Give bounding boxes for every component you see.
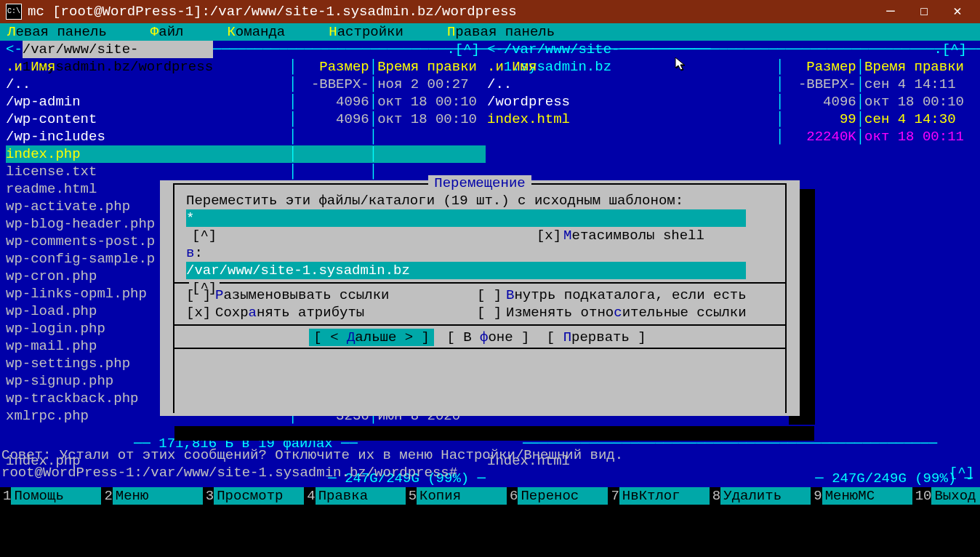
minimize-button[interactable]: ─ — [874, 0, 907, 23]
up-button[interactable]: .[^] — [446, 41, 480, 58]
hint-line: Совет: Устали от этих сообщений? Отключи… — [1, 446, 623, 464]
file-row[interactable]: index.php││ — [6, 145, 486, 163]
fkey[interactable]: 3Просмотр — [203, 487, 304, 505]
shell-meta-checkbox[interactable]: [x] — [534, 227, 563, 244]
app-icon: C:\ — [6, 4, 22, 20]
option-checkbox[interactable]: [x] — [186, 304, 215, 321]
file-row[interactable]: /wp-includes││ — [6, 128, 486, 145]
file-row[interactable]: index.html│99│сен 4 14:30 — [487, 111, 973, 128]
dialog-button[interactable]: [ Прервать ] — [542, 329, 651, 346]
panel-path[interactable]: /var/www/site-1.sysadmin.bz/wordpress — [23, 41, 213, 58]
maximize-button[interactable]: ☐ — [907, 0, 941, 23]
shell-prompt[interactable]: root@WordPress-1:/var/www/site-1.sysadmi… — [1, 464, 457, 481]
dialog-button[interactable]: [ В фоне ] — [442, 329, 534, 346]
panel-path[interactable]: /var/www/site-1.sysadmin.bz — [504, 41, 620, 58]
move-dialog: Перемещение Переместить эти файлы/катало… — [160, 180, 800, 416]
prompt-history-button[interactable]: [^] — [949, 464, 974, 481]
file-row[interactable]: /..│-ВВЕРХ-│сен 4 14:11 — [487, 76, 973, 93]
menu-item[interactable]: Левая панель — [7, 23, 107, 41]
fkey[interactable]: 10Выход — [912, 487, 980, 505]
menu-item[interactable]: Правая панель — [447, 23, 555, 41]
up-button[interactable]: .[^] — [933, 41, 967, 58]
menu-item[interactable]: Настройки — [329, 23, 403, 41]
close-button[interactable]: ✕ — [941, 0, 974, 23]
terminal: <- /var/www/site-1.sysadmin.bz/wordpress… — [0, 41, 980, 505]
option-label: Внутрь подкаталога, если есть — [506, 287, 747, 303]
fkey[interactable]: 7НвКтлог — [608, 487, 709, 505]
option-checkbox[interactable]: [ ] — [477, 304, 506, 321]
file-row[interactable]: │22240K│окт 18 00:11 — [487, 128, 973, 145]
fkey[interactable]: 5Копия — [406, 487, 507, 505]
dialog-button[interactable]: [ < Дальше > ] — [309, 329, 434, 346]
option-checkbox[interactable]: [ ] — [186, 286, 215, 304]
window-title: mc [root@WordPress-1]:/var/www/site-1.sy… — [28, 3, 517, 20]
dialog-prompt: Переместить эти файлы/каталоги (19 шт.) … — [174, 192, 785, 209]
fkey[interactable]: 8Удалить — [710, 487, 811, 505]
fkey[interactable]: 4Правка — [304, 487, 405, 505]
menu-item[interactable]: Команда — [227, 23, 285, 41]
fkey[interactable]: 6Перенос — [507, 487, 608, 505]
history-button[interactable]: [^] — [189, 228, 220, 244]
option-label: Разыменовывать ссылки — [215, 287, 389, 303]
fkey[interactable]: 9МенюМС — [811, 487, 912, 505]
destination-input[interactable]: /var/www/site-1.sysadmin.bz — [186, 262, 746, 279]
option-label: Сохранять атрибуты — [215, 305, 364, 321]
file-row[interactable]: /wp-content│4096│окт 18 00:10 — [6, 111, 486, 128]
source-pattern-input[interactable]: * — [186, 209, 746, 227]
file-row[interactable]: /wordpress│4096│окт 18 00:10 — [487, 93, 973, 111]
fkey-bar: 1Помощь2Меню3Просмотр4Правка5Копия6Перен… — [0, 487, 980, 505]
option-checkbox[interactable]: [ ] — [477, 286, 506, 304]
menu-item[interactable]: Файл — [150, 23, 184, 41]
file-row[interactable]: /wp-admin│4096│окт 18 00:10 — [6, 93, 486, 111]
shell-meta-label: Метасимволы shell — [563, 228, 704, 244]
option-label: Изменять относительные ссылки — [506, 305, 747, 321]
fkey[interactable]: 1Помощь — [0, 487, 101, 505]
dialog-title: Перемещение — [428, 175, 531, 191]
file-row[interactable]: /..│-ВВЕРХ-│ноя 2 00:27 — [6, 76, 486, 93]
titlebar: C:\ mc [root@WordPress-1]:/var/www/site-… — [0, 0, 980, 23]
menubar: Левая панельФайлКомандаНастройкиПравая п… — [0, 23, 980, 41]
dialog-shadow — [174, 426, 814, 441]
fkey[interactable]: 2Меню — [101, 487, 202, 505]
dest-label: в: — [174, 244, 785, 262]
